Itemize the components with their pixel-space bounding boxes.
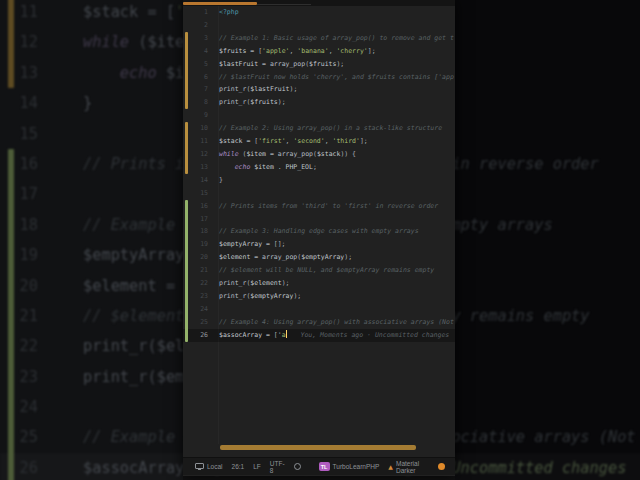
feedback-icon[interactable] [294,463,301,470]
line-number[interactable]: 9 [183,109,208,122]
line-number: 12 [0,27,38,57]
code-line-15[interactable]: 15 [183,187,455,200]
code-line-5[interactable]: 5$lastFruit = array_pop($fruits); [183,58,455,71]
line-number: 19 [0,240,38,270]
line-number[interactable]: 2 [183,19,208,32]
code-line-9[interactable]: 9 [183,109,455,122]
remote-window-icon [195,463,204,469]
code-text: while ($item = array_pop($stack)) { [219,148,356,161]
code-line-21[interactable]: 21// $element will be NULL, and $emptyAr… [183,264,455,277]
active-tab-indicator[interactable] [183,2,257,5]
code-line-19[interactable]: 19$emptyArray = []; [183,238,455,251]
line-number: 13 [0,58,38,88]
line-number: 24 [0,392,38,422]
theme-indicator[interactable]: ▲ Material Darker [388,460,428,474]
status-bar: Local 26:1 LF UTF-8 TL TurboLearnPHP ▲ M… [183,457,455,475]
code-line-1[interactable]: 1<?php [183,6,455,19]
code-line-7[interactable]: 7print_r($lastFruit); [183,83,455,96]
eol-indicator[interactable]: LF [253,463,261,470]
code-text: $stack = ['first', 'second', 'third']; [219,135,368,148]
code-lines: 1<?php23// Example 1: Basic usage of arr… [183,6,455,342]
code-line-16[interactable]: 16// Prints items from 'third' to 'first… [183,200,455,213]
code-text: print_r($fruits); [219,96,286,109]
code-line-22[interactable]: 22print_r($element); [183,277,455,290]
horizontal-scrollbar[interactable] [220,445,416,450]
code-line-6[interactable]: 6// $lastFruit now holds 'cherry', and $… [183,71,455,84]
code-text: } [219,174,223,187]
code-line-24[interactable]: 24 [183,303,455,316]
code-line-2[interactable]: 2 [183,19,455,32]
line-number: 22 [0,331,38,361]
code-text: $emptyArray = []; [219,238,286,251]
code-text: $lastFruit = array_pop($fruits); [219,58,344,71]
code-text: // Example 4: Using array_pop() with ass… [219,316,454,329]
line-number: 17 [0,179,38,209]
code-line-14[interactable]: 14} [183,174,455,187]
code-text: // $element will be NULL, and $emptyArra… [219,264,434,277]
code-line-23[interactable]: 23print_r($emptyArray); [183,290,455,303]
line-number: 15 [0,119,38,149]
line-number: 21 [0,301,38,331]
tab-bar-divider [257,4,311,5]
remote-label: Local [207,463,223,470]
extension-status[interactable]: TL TurboLearnPHP [319,462,380,471]
extension-name: TurboLearnPHP [333,463,380,470]
code-text: print_r($lastFruit); [219,83,297,96]
extension-badge: TL [319,462,330,471]
code-line-12[interactable]: 12while ($item = array_pop($stack)) { [183,148,455,161]
code-text: // Example 3: Handling edge cases with e… [219,225,419,238]
code-text: $assocArray = ['aYou, Moments ago · Unco… [219,329,449,342]
code-line-11[interactable]: 11$stack = ['first', 'second', 'third']; [183,135,455,148]
code-text: <?php [219,6,239,19]
line-number[interactable]: 15 [183,187,208,200]
code-line-25[interactable]: 25// Example 4: Using array_pop() with a… [183,316,455,329]
code-text: echo $item . PHP_EOL; [219,161,317,174]
line-number: 26 [0,453,38,480]
bg-diff-marker-modified [8,0,14,88]
line-number: 25 [0,422,38,452]
line-number: 14 [0,88,38,118]
code-text: // Example 2: Using array_pop() in a sta… [219,122,442,135]
code-text: $element = array_pop($emptyArray); [219,251,352,264]
code-text: print_r($emptyArray); [219,290,301,303]
gutter-diff-marker-modified[interactable] [185,32,188,110]
record-dot-icon [438,463,445,470]
code-line-10[interactable]: 10// Example 2: Using array_pop() in a s… [183,122,455,135]
code-line-20[interactable]: 20$element = array_pop($emptyArray); [183,251,455,264]
editor-pane[interactable]: 1<?php23// Example 1: Basic usage of arr… [183,6,455,457]
code-line-8[interactable]: 8print_r($fruits); [183,96,455,109]
material-theme-icon: ▲ [388,464,393,470]
bg-diff-marker-added [8,149,14,480]
code-text: // Prints items from 'third' to 'first' … [219,200,438,213]
code-text: // Example 1: Basic usage of array_pop()… [219,32,454,45]
line-number[interactable]: 1 [183,6,208,19]
screen: 11$stack = ['first', 'second', 'third'];… [0,0,640,480]
code-line-3[interactable]: 3// Example 1: Basic usage of array_pop(… [183,32,455,45]
code-line-17[interactable]: 17 [183,213,455,226]
code-text: $fruits = ['apple', 'banana', 'cherry']; [219,45,376,58]
cursor-position[interactable]: 26:1 [232,463,245,470]
line-number: 23 [0,362,38,392]
code-line-18[interactable]: 18// Example 3: Handling edge cases with… [183,225,455,238]
line-number: 18 [0,210,38,240]
line-number: 11 [0,0,38,27]
editor-window: 1<?php23// Example 1: Basic usage of arr… [183,0,455,476]
encoding-indicator[interactable]: UTF-8 [270,460,285,474]
code-line-13[interactable]: 13 echo $item . PHP_EOL; [183,161,455,174]
remote-indicator[interactable]: Local [195,463,223,471]
code-text: } [83,88,92,118]
code-line-4[interactable]: 4$fruits = ['apple', 'banana', 'cherry']… [183,45,455,58]
line-number: 16 [0,149,38,179]
code-text: // $lastFruit now holds 'cherry', and $f… [219,71,454,84]
code-line-26[interactable]: 26$assocArray = ['aYou, Moments ago · Un… [183,329,455,342]
theme-name: Material Darker [396,460,428,474]
code-text: print_r($element); [219,277,289,290]
gutter-diff-marker-modified[interactable] [185,122,188,174]
line-number: 20 [0,271,38,301]
gutter-diff-marker-added[interactable] [185,200,188,342]
line-number[interactable]: 14 [183,174,208,187]
